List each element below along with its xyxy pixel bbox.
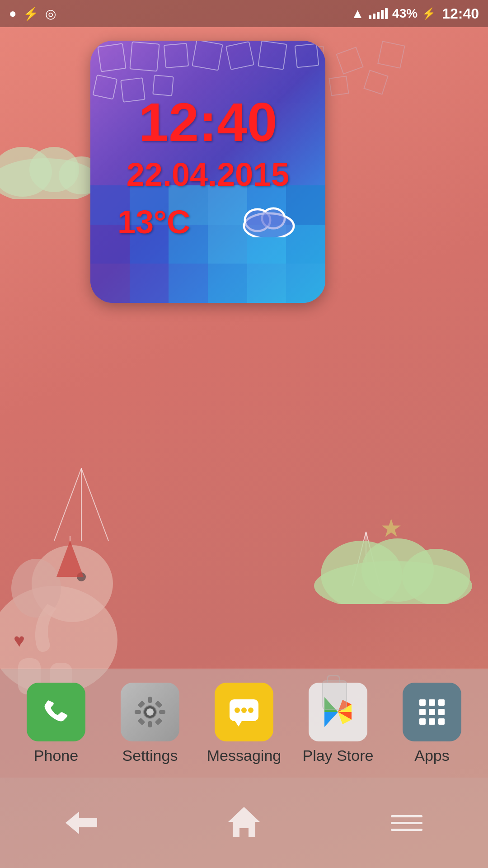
clock-date: 22.04.2015 xyxy=(90,156,325,193)
deco-square xyxy=(336,47,364,75)
svg-rect-42 xyxy=(148,721,152,727)
battery-icon: ⚡ xyxy=(422,7,436,20)
svg-rect-64 xyxy=(438,699,445,706)
wifi-icon: ▲ xyxy=(351,6,364,21)
clock-time: 12:40 xyxy=(90,95,325,149)
status-left-icons: ● ⚡ ◎ xyxy=(9,6,56,21)
svg-rect-47 xyxy=(138,717,145,725)
svg-rect-41 xyxy=(148,697,152,703)
dock-item-phone[interactable]: Phone xyxy=(15,683,97,764)
svg-rect-29 xyxy=(295,44,319,68)
svg-rect-23 xyxy=(98,43,126,71)
dock-label-messaging: Messaging xyxy=(207,747,281,764)
settings-icon[interactable] xyxy=(121,683,179,741)
viber-icon: ● xyxy=(9,6,17,21)
menu-line-1 xyxy=(391,815,422,817)
svg-marker-50 xyxy=(235,721,242,726)
menu-lines[interactable] xyxy=(391,815,422,831)
svg-rect-26 xyxy=(192,41,222,71)
home-button[interactable] xyxy=(221,805,267,841)
svg-point-53 xyxy=(248,708,253,713)
svg-point-52 xyxy=(241,708,247,713)
dock-label-playstore: Play Store xyxy=(303,747,374,764)
dock-item-settings[interactable]: Settings xyxy=(109,683,191,764)
svg-rect-68 xyxy=(419,718,426,725)
phone-icon[interactable] xyxy=(27,683,85,741)
svg-rect-62 xyxy=(419,699,426,706)
svg-rect-70 xyxy=(438,718,445,725)
cloud-bottom xyxy=(307,532,479,606)
svg-rect-24 xyxy=(130,42,159,71)
back-button[interactable] xyxy=(59,805,104,841)
svg-line-13 xyxy=(54,468,81,541)
svg-rect-63 xyxy=(429,699,435,706)
svg-rect-69 xyxy=(429,718,435,725)
dock-label-phone: Phone xyxy=(34,747,78,764)
svg-point-38 xyxy=(263,209,284,227)
svg-point-40 xyxy=(146,708,154,716)
menu-line-2 xyxy=(391,822,422,824)
deco-square xyxy=(377,41,405,69)
svg-rect-43 xyxy=(135,710,141,714)
svg-rect-27 xyxy=(226,42,254,70)
clock-temperature: 13°C xyxy=(117,203,190,241)
dock-item-playstore[interactable]: Play Store xyxy=(297,683,379,764)
svg-text:♥: ♥ xyxy=(14,630,25,651)
menu-button[interactable] xyxy=(384,805,429,841)
svg-line-15 xyxy=(81,468,108,541)
svg-rect-25 xyxy=(164,43,188,68)
svg-rect-66 xyxy=(429,709,435,715)
svg-rect-45 xyxy=(138,700,145,708)
android-icon: ◎ xyxy=(45,6,56,21)
svg-rect-44 xyxy=(159,710,165,714)
status-bar: ● ⚡ ◎ ▲ 43% ⚡ 12:40 xyxy=(0,0,488,27)
status-right-area: ▲ 43% ⚡ 12:40 xyxy=(351,5,479,22)
svg-marker-71 xyxy=(228,807,260,837)
deco-square xyxy=(363,70,388,94)
balloon-strings xyxy=(45,468,117,542)
messaging-icon[interactable] xyxy=(215,683,273,741)
svg-marker-57 xyxy=(324,712,338,727)
svg-rect-65 xyxy=(419,709,426,715)
dock-label-apps: Apps xyxy=(414,747,450,764)
svg-rect-46 xyxy=(155,700,163,708)
signal-icon xyxy=(369,8,388,19)
nav-bar xyxy=(0,778,488,868)
usb-icon: ⚡ xyxy=(23,6,39,21)
svg-rect-28 xyxy=(258,41,286,69)
battery-percent: 43% xyxy=(392,6,418,21)
svg-point-22 xyxy=(402,549,470,604)
clock-weather-icon xyxy=(239,201,298,245)
cloud-top-left xyxy=(0,140,104,201)
clock-widget[interactable]: 12:40 22.04.2015 13°C xyxy=(90,41,325,303)
dock-label-settings: Settings xyxy=(122,747,178,764)
dock-item-apps[interactable]: Apps xyxy=(391,683,473,764)
svg-rect-48 xyxy=(155,717,163,725)
status-time: 12:40 xyxy=(442,5,479,22)
svg-rect-67 xyxy=(438,709,445,715)
deco-square xyxy=(328,75,349,96)
playstore-icon[interactable] xyxy=(309,683,367,741)
svg-point-51 xyxy=(235,708,240,713)
apps-icon[interactable] xyxy=(403,683,461,741)
dock: Phone Settings xyxy=(0,669,488,778)
menu-line-3 xyxy=(391,829,422,831)
dock-item-messaging[interactable]: Messaging xyxy=(203,683,285,764)
